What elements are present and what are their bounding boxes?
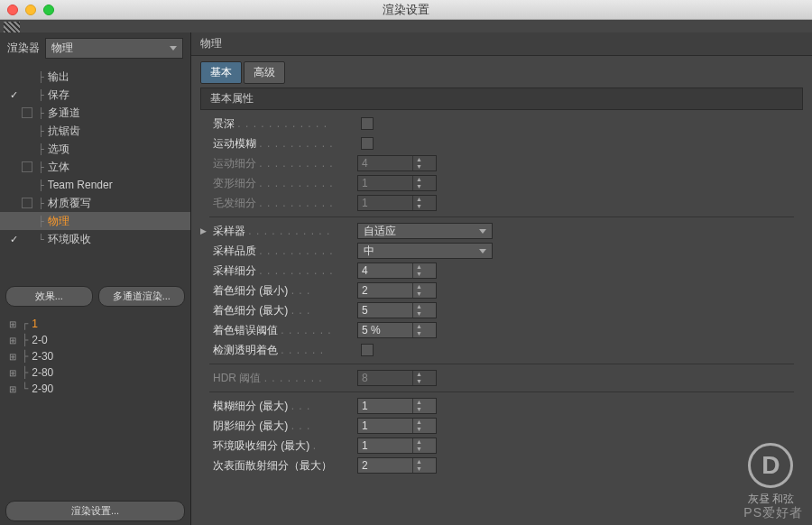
render-settings-button[interactable]: 渲染设置... (5, 501, 185, 521)
spin-down[interactable]: ▼ (413, 163, 425, 170)
tab-basic[interactable]: 基本 (200, 61, 242, 84)
spin-down[interactable]: ▼ (413, 426, 425, 433)
prop-label: 着色细分 (最小) . . . (213, 283, 357, 299)
spin-down[interactable]: ▼ (413, 446, 425, 453)
checkbox[interactable] (361, 344, 374, 356)
spin-up[interactable]: ▲ (413, 458, 425, 465)
tab-advanced[interactable]: 高级 (244, 61, 285, 84)
number-field[interactable]: ▲▼ (357, 457, 437, 474)
tree-item[interactable]: ├材质覆写 (0, 194, 190, 212)
number-field[interactable]: ▲▼ (357, 370, 437, 386)
spin-up[interactable]: ▲ (413, 283, 425, 290)
number-input[interactable] (358, 419, 412, 432)
number-field[interactable]: ▲▼ (357, 282, 437, 299)
multipass-button[interactable]: 多通道渲染... (98, 286, 186, 307)
spin-down[interactable]: ▼ (413, 378, 425, 385)
spin-down[interactable]: ▼ (413, 271, 425, 278)
checkbox[interactable] (22, 198, 32, 208)
combo-box[interactable]: 中 (357, 243, 493, 259)
checkbox[interactable] (22, 107, 32, 118)
spinner[interactable]: ▲▼ (412, 458, 425, 473)
spin-down[interactable]: ▼ (413, 183, 425, 190)
number-input[interactable] (358, 304, 412, 317)
spin-up[interactable]: ▲ (413, 156, 425, 163)
number-field[interactable]: ▲▼ (357, 418, 437, 434)
preset-item[interactable]: ⊞├2-0 (0, 332, 190, 348)
tree-item[interactable]: ├立体 (0, 158, 190, 176)
spin-up[interactable]: ▲ (413, 323, 425, 330)
effects-button[interactable]: 效果... (5, 286, 93, 307)
spin-up[interactable]: ▲ (413, 399, 425, 406)
preset-item[interactable]: ⊞┌1 (0, 316, 190, 332)
checkbox[interactable] (361, 137, 374, 150)
spin-down[interactable]: ▼ (413, 290, 425, 298)
number-field[interactable]: ▲▼ (357, 322, 437, 338)
tree-item[interactable]: ├Team Render (0, 176, 190, 194)
spin-up[interactable]: ▲ (413, 196, 425, 203)
number-input[interactable] (358, 439, 412, 452)
tree-item[interactable]: ├物理 (0, 212, 190, 230)
preset-item[interactable]: ⊞├2-80 (0, 364, 190, 381)
window-title: 渲染设置 (383, 2, 429, 18)
spinner[interactable]: ▲▼ (412, 371, 425, 385)
tree-item[interactable]: ├输出 (0, 68, 190, 86)
spinner[interactable]: ▲▼ (412, 323, 425, 337)
checkbox[interactable] (22, 161, 32, 172)
spin-down[interactable]: ▼ (413, 330, 425, 337)
tree-item[interactable]: ✓├保存 (0, 86, 190, 104)
spinner[interactable]: ▲▼ (412, 438, 425, 453)
number-input[interactable] (358, 264, 412, 277)
preset-icon: ⊞ (7, 351, 18, 362)
spinner[interactable]: ▲▼ (412, 196, 425, 210)
number-field[interactable]: ▲▼ (357, 398, 437, 414)
spinner[interactable]: ▲▼ (412, 263, 425, 278)
number-input[interactable] (358, 324, 412, 336)
spinner[interactable]: ▲▼ (412, 156, 425, 170)
number-field[interactable]: ▲▼ (357, 302, 437, 318)
tree-item[interactable]: ├抗锯齿 (0, 122, 190, 140)
spin-down[interactable]: ▼ (413, 465, 425, 473)
spin-down[interactable]: ▼ (413, 203, 425, 210)
spin-up[interactable]: ▲ (413, 419, 425, 426)
checkbox[interactable] (361, 117, 374, 130)
spin-up[interactable]: ▲ (413, 176, 425, 183)
number-input[interactable] (358, 177, 412, 189)
tree-branch-icon: ├ (38, 89, 44, 101)
prop-label: 着色错误阈值 . . . . . . . (213, 323, 357, 338)
number-input[interactable] (358, 459, 412, 472)
minimize-button[interactable] (25, 5, 36, 15)
spinner[interactable]: ▲▼ (412, 176, 425, 190)
number-field[interactable]: ▲▼ (357, 262, 437, 279)
number-field[interactable]: ▲▼ (357, 155, 437, 171)
preset-item[interactable]: ⊞└2-90 (0, 381, 190, 397)
spinner[interactable]: ▲▼ (412, 399, 425, 413)
expand-icon[interactable]: ▶ (200, 226, 211, 235)
number-field[interactable]: ▲▼ (357, 438, 437, 454)
preset-item[interactable]: ⊞├2-30 (0, 348, 190, 364)
tree-item[interactable]: ├多通道 (0, 104, 190, 122)
spinner[interactable]: ▲▼ (412, 303, 425, 318)
chevron-down-icon (479, 249, 486, 253)
number-field[interactable]: ▲▼ (357, 175, 437, 191)
spinner[interactable]: ▲▼ (412, 419, 425, 433)
spin-up[interactable]: ▲ (413, 438, 425, 446)
number-input[interactable] (358, 284, 412, 297)
number-input[interactable] (358, 372, 412, 384)
zoom-button[interactable] (43, 5, 54, 15)
number-input[interactable] (358, 400, 412, 412)
tree-item[interactable]: ✓└环境吸收 (0, 230, 190, 248)
combo-box[interactable]: 自适应 (357, 223, 493, 239)
number-field[interactable]: ▲▼ (357, 195, 437, 211)
spin-up[interactable]: ▲ (413, 371, 425, 378)
close-button[interactable] (7, 5, 18, 15)
spinner[interactable]: ▲▼ (412, 283, 425, 298)
spin-down[interactable]: ▼ (413, 406, 425, 413)
tree-item[interactable]: ├选项 (0, 140, 190, 158)
prop-row: 运动细分 . . . . . . . . . . ▲▼ (200, 153, 803, 173)
renderer-dropdown[interactable]: 物理 (45, 38, 183, 59)
spin-up[interactable]: ▲ (413, 263, 425, 271)
number-input[interactable] (358, 157, 412, 170)
spin-down[interactable]: ▼ (413, 310, 425, 318)
number-input[interactable] (358, 197, 412, 209)
spin-up[interactable]: ▲ (413, 303, 425, 310)
